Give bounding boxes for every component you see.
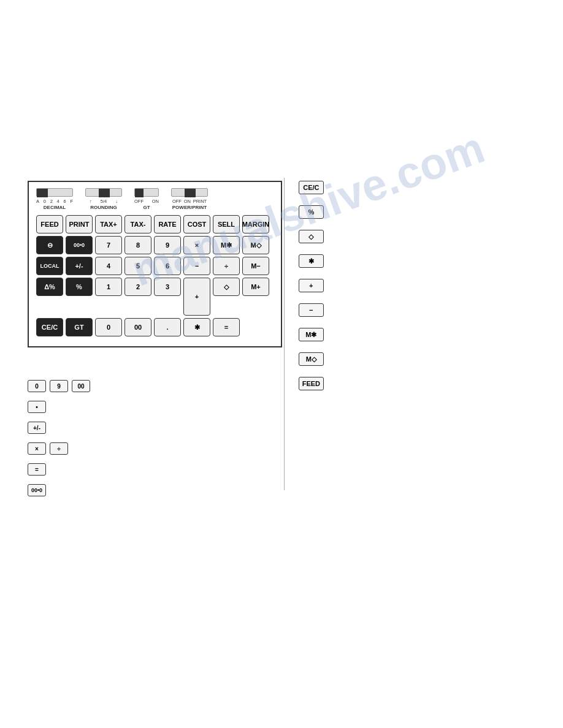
decimal-switch-title: DECIMAL <box>44 205 66 210</box>
decimal-switch-knob <box>37 189 48 197</box>
percent-right-button[interactable]: % <box>299 205 324 219</box>
bf-zero-button[interactable]: 0 <box>28 380 46 392</box>
decimal-label-6: 6 <box>63 199 66 204</box>
five-button[interactable]: 5 <box>124 257 151 275</box>
bf-double-zero-button[interactable]: 00 <box>72 380 90 392</box>
diamond-button[interactable]: ◇ <box>213 278 240 296</box>
print-button[interactable]: PRINT <box>66 215 93 233</box>
decimal-switch-group: A 0 2 4 6 F DECIMAL <box>36 188 73 210</box>
bf-nine-button[interactable]: 9 <box>50 380 68 392</box>
margin-button[interactable]: MARGIN <box>242 215 269 233</box>
right-buttons-panel: CE/C % ◇ ✱ + − M✱ M◇ FEED <box>299 181 324 390</box>
gt-switch-title: GT <box>143 205 150 210</box>
num-row-2: LOCAL +/- 4 5 6 − ÷ M− <box>36 257 274 275</box>
decimal-point-button[interactable]: . <box>154 318 181 336</box>
m-star-right-button[interactable]: M✱ <box>299 328 324 341</box>
rounding-label-down: ↓ <box>115 199 118 204</box>
decimal-label-a: A <box>36 199 39 204</box>
power-print-switch-labels: OFF ON PRINT <box>171 199 208 204</box>
one-button[interactable]: 1 <box>95 278 122 296</box>
ce-c-right-button[interactable]: CE/C <box>299 181 324 194</box>
rounding-switch-track[interactable] <box>85 188 122 197</box>
decimal-switch-track[interactable] <box>36 188 73 197</box>
bf-plus-minus-button[interactable]: +/- <box>28 422 46 434</box>
double-zero-zero-button[interactable]: 00•0 <box>66 236 93 254</box>
pp-label-print: PRINT <box>193 199 207 204</box>
bottom-row-2: • <box>28 401 90 413</box>
bf-multiply-button[interactable]: × <box>28 442 46 455</box>
power-print-switch-knob <box>185 189 196 197</box>
decimal-switch-labels: A 0 2 4 6 F <box>36 199 73 204</box>
bf-equals-button[interactable]: = <box>28 463 46 476</box>
local-button[interactable]: LOCAL <box>36 257 63 275</box>
bottom-row-6: 00•0 <box>28 484 90 496</box>
gt-label-off: OFF <box>134 199 144 204</box>
two-button[interactable]: 2 <box>124 278 151 296</box>
cost-button[interactable]: COST <box>183 215 210 233</box>
decimal-label-2: 2 <box>50 199 53 204</box>
seven-button[interactable]: 7 <box>95 236 122 254</box>
num-row-1: ⊖ 00•0 7 8 9 × M✱ M◇ <box>36 236 274 254</box>
switches-row: A 0 2 4 6 F DECIMAL ↑ 5/4 ↓ ROUNDING <box>36 188 274 210</box>
gt-switch-track[interactable] <box>134 188 159 197</box>
zero-button[interactable]: 0 <box>95 318 122 336</box>
bf-double-zero-zero-button[interactable]: 00•0 <box>28 484 46 496</box>
divider-line <box>284 178 285 490</box>
bottom-row-3: +/- <box>28 422 90 434</box>
top-function-row: FEED PRINT TAX+ TAX- RATE COST SELL MARG… <box>36 215 274 233</box>
star-button[interactable]: ✱ <box>183 318 210 336</box>
diamond-right-button[interactable]: ◇ <box>299 230 324 243</box>
bottom-floating-buttons: 0 9 00 • +/- × ÷ = 00•0 <box>28 380 90 505</box>
three-button[interactable]: 3 <box>154 278 181 296</box>
pp-label-on: ON <box>184 199 191 204</box>
rate-button[interactable]: RATE <box>154 215 181 233</box>
rounding-switch-group: ↑ 5/4 ↓ ROUNDING <box>85 188 122 210</box>
gt-button[interactable]: GT <box>66 318 93 336</box>
nine-button[interactable]: 9 <box>154 236 181 254</box>
plus-button[interactable]: + <box>183 278 210 316</box>
four-button[interactable]: 4 <box>95 257 122 275</box>
pp-label-off: OFF <box>172 199 182 204</box>
bf-dot-button[interactable]: • <box>28 401 46 413</box>
equals-button[interactable]: = <box>213 318 240 336</box>
decimal-label-0: 0 <box>44 199 46 204</box>
eight-button[interactable]: 8 <box>124 236 151 254</box>
minus-button[interactable]: − <box>183 257 210 275</box>
delta-percent-button[interactable]: Δ% <box>36 278 63 296</box>
rounding-switch-knob <box>99 189 110 197</box>
m-star-button[interactable]: M✱ <box>213 236 240 254</box>
divide-button[interactable]: ÷ <box>213 257 240 275</box>
decimal-label-f: F <box>70 199 73 204</box>
power-print-switch-group: OFF ON PRINT POWER/PRINT <box>171 188 208 210</box>
sell-button[interactable]: SELL <box>213 215 240 233</box>
percent-button[interactable]: % <box>66 278 93 296</box>
rounding-switch-labels: ↑ 5/4 ↓ <box>85 199 122 204</box>
power-print-switch-track[interactable] <box>171 188 208 197</box>
num-row-4: CE/C GT 0 00 . ✱ = <box>36 318 274 336</box>
calculator-diagram: A 0 2 4 6 F DECIMAL ↑ 5/4 ↓ ROUNDING <box>28 181 282 347</box>
gt-switch-knob <box>135 189 144 197</box>
m-diamond-button[interactable]: M◇ <box>242 236 269 254</box>
six-button[interactable]: 6 <box>154 257 181 275</box>
multiply-button[interactable]: × <box>183 236 210 254</box>
ce-c-button[interactable]: CE/C <box>36 318 63 336</box>
m-minus-button[interactable]: M− <box>242 257 269 275</box>
m-plus-button[interactable]: M+ <box>242 278 269 296</box>
bottom-row-1: 0 9 00 <box>28 380 90 392</box>
feed-button[interactable]: FEED <box>36 215 63 233</box>
tax-minus-button[interactable]: TAX- <box>124 215 151 233</box>
gt-switch-group: OFF ON GT <box>134 188 159 210</box>
tax-plus-button[interactable]: TAX+ <box>95 215 122 233</box>
plus-minus-button[interactable]: +/- <box>66 257 93 275</box>
bf-divide-button[interactable]: ÷ <box>50 442 68 455</box>
gt-switch-labels: OFF ON <box>134 199 159 204</box>
feed-right-button[interactable]: FEED <box>299 377 324 390</box>
sign-button[interactable]: ⊖ <box>36 236 63 254</box>
m-diamond-right-button[interactable]: M◇ <box>299 352 324 366</box>
minus-right-button[interactable]: − <box>299 303 324 317</box>
plus-right-button[interactable]: + <box>299 279 324 292</box>
gt-label-on: ON <box>152 199 159 204</box>
rounding-label-54: 5/4 <box>101 199 107 204</box>
star-right-button[interactable]: ✱ <box>299 254 324 268</box>
double-zero-button[interactable]: 00 <box>124 318 151 336</box>
